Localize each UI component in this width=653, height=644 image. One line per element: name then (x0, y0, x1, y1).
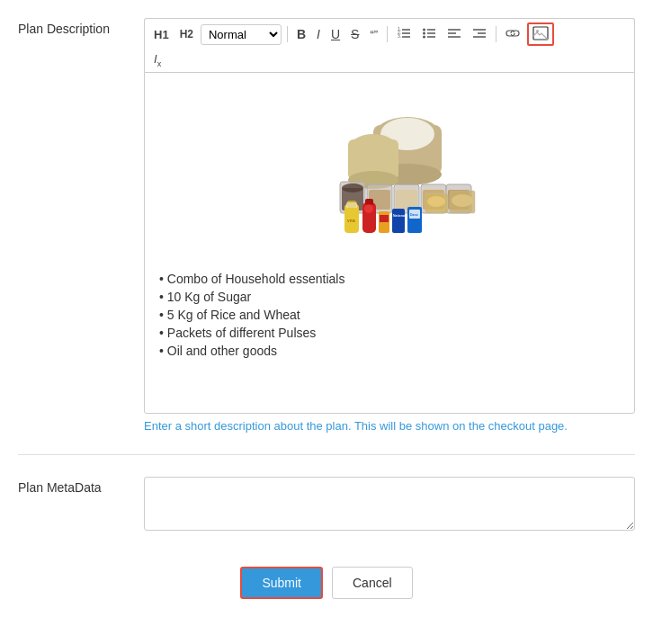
blockquote-button[interactable]: “” (366, 27, 381, 42)
image-button[interactable] (527, 22, 554, 46)
unordered-list-button[interactable] (418, 25, 440, 43)
plan-description-label: Plan Description (18, 18, 144, 36)
svg-point-9 (423, 29, 425, 31)
svg-rect-46 (380, 215, 389, 222)
svg-point-44 (364, 204, 373, 213)
plan-metadata-row: Plan MetaData (18, 477, 635, 531)
cancel-button[interactable]: Cancel (332, 567, 413, 599)
list-item: Packets of different Pulses (159, 324, 620, 342)
editor-content[interactable]: VITA National Dano (144, 72, 635, 414)
editor-image: VITA National Dano (159, 87, 620, 252)
svg-rect-40 (346, 202, 357, 208)
h2-button[interactable]: H2 (176, 27, 197, 41)
svg-point-10 (423, 32, 425, 35)
svg-text:Dano: Dano (410, 213, 418, 217)
bullet-list: Combo of Household essentials 10 Kg of S… (159, 270, 620, 360)
ordered-list-button[interactable]: 1.2.3. (393, 25, 415, 43)
svg-point-19 (536, 30, 539, 32)
bold-button[interactable]: B (293, 26, 309, 42)
svg-point-55 (452, 194, 473, 207)
editor-toolbar-row1: H1 H2 Normal Heading 1 Heading 2 Heading… (144, 18, 635, 49)
submit-button[interactable]: Submit (240, 567, 323, 599)
align-right-button[interactable] (469, 25, 490, 43)
editor-toolbar-row2: Ix (144, 49, 635, 72)
svg-point-53 (427, 196, 445, 207)
svg-text:National: National (393, 214, 406, 218)
italic-button[interactable]: I (313, 26, 324, 42)
list-item: Oil and other goods (159, 342, 620, 360)
metadata-input[interactable] (144, 477, 635, 531)
plan-metadata-label: Plan MetaData (18, 477, 144, 495)
strikethrough-button[interactable]: S (347, 26, 362, 42)
list-item: 10 Kg of Sugar (159, 288, 620, 306)
editor-wrap: H1 H2 Normal Heading 1 Heading 2 Heading… (144, 18, 635, 433)
align-left-button[interactable] (443, 25, 465, 43)
list-item: 5 Kg of Rice and Wheat (159, 306, 620, 324)
help-text: Enter a short description about the plan… (144, 419, 635, 433)
toolbar-divider-3 (496, 26, 496, 42)
toolbar-divider-1 (287, 26, 288, 42)
list-item: Combo of Household essentials (159, 270, 620, 288)
help-text-before: Enter a short description about the plan… (144, 419, 354, 433)
plan-description-row: Plan Description H1 H2 Normal Heading 1 … (18, 18, 635, 455)
h1-button[interactable]: H1 (150, 27, 173, 42)
clear-format-button[interactable]: Ix (150, 51, 165, 70)
underline-button[interactable]: U (327, 26, 344, 42)
svg-point-11 (423, 36, 425, 39)
help-text-link: This will be shown on the checkout page. (354, 419, 568, 433)
svg-rect-47 (392, 209, 405, 233)
form-footer: Submit Cancel (18, 558, 635, 599)
svg-text:3.: 3. (398, 33, 401, 39)
svg-text:VITA: VITA (347, 219, 355, 223)
link-button[interactable] (502, 25, 523, 43)
toolbar-divider-2 (387, 26, 388, 42)
svg-rect-33 (396, 190, 417, 210)
svg-rect-43 (365, 199, 373, 205)
format-select[interactable]: Normal Heading 1 Heading 2 Heading 3 (201, 24, 282, 45)
